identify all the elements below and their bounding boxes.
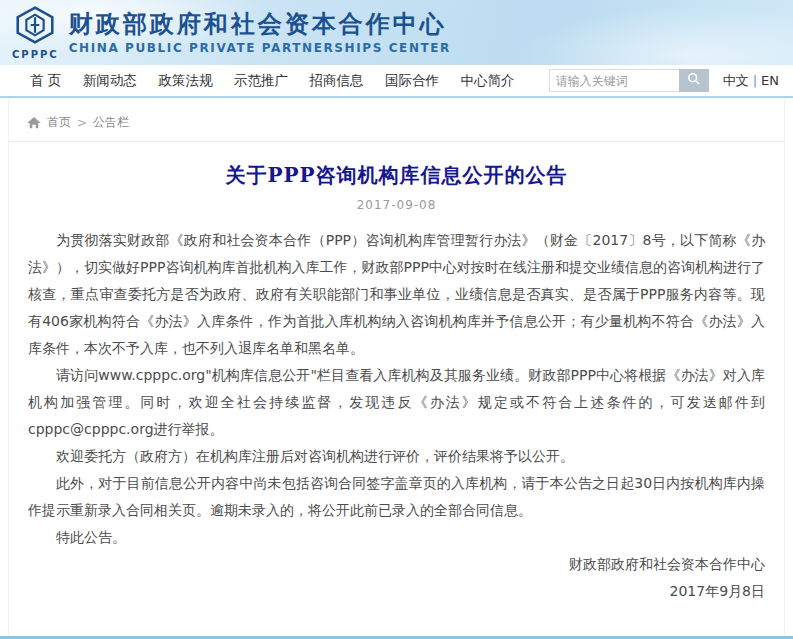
article-paragraph: 请访问www.cpppc.org"机构库信息公开"栏目查看入库机构及其服务业绩。…	[28, 362, 765, 443]
nav-item-investment[interactable]: 招商信息	[309, 72, 363, 90]
logo-acronym: CPPPC	[12, 49, 59, 60]
article-title: 关于PPP咨询机构库信息公开的公告	[9, 162, 784, 189]
breadcrumb: 首页 > 公告栏	[9, 100, 784, 142]
nav-item-about[interactable]: 中心简介	[461, 72, 515, 90]
article-paragraph: 欢迎委托方（政府方）在机构库注册后对咨询机构进行评价，评价结果将予以公开。	[28, 443, 765, 470]
search-box	[549, 69, 709, 92]
nav-item-demonstration[interactable]: 示范推广	[234, 72, 288, 90]
main-navigation: 首 页 新闻动态 政策法规 示范推广 招商信息 国际合作 中心简介 中文|EN	[0, 65, 793, 98]
signature-date: 2017年9月8日	[9, 578, 765, 605]
home-icon	[27, 117, 41, 129]
article-body: 为贯彻落实财政部《政府和社会资本合作（PPP）咨询机构库管理暂行办法》（财金〔2…	[9, 212, 784, 551]
site-title-english: CHINA PUBLIC PRIVATE PARTNERSHIPS CENTER	[69, 41, 451, 55]
breadcrumb-current[interactable]: 公告栏	[93, 114, 129, 131]
site-logo[interactable]: CPPPC	[12, 6, 59, 60]
content-frame: 首页 > 公告栏 关于PPP咨询机构库信息公开的公告 2017-09-08 为贯…	[8, 100, 785, 636]
signature-organization: 财政部政府和社会资本合作中心	[9, 551, 765, 578]
search-button[interactable]	[679, 69, 709, 92]
site-title-chinese: 财政部政府和社会资本合作中心	[69, 10, 451, 38]
article-paragraph: 此外，对于目前信息公开内容中尚未包括咨询合同签字盖章页的入库机构，请于本公告之日…	[28, 470, 765, 524]
article-signature: 财政部政府和社会资本合作中心 2017年9月8日	[9, 551, 784, 605]
lang-chinese-link[interactable]: 中文	[723, 73, 749, 88]
nav-item-news[interactable]: 新闻动态	[83, 72, 137, 90]
site-title-block: 财政部政府和社会资本合作中心 CHINA PUBLIC PRIVATE PART…	[69, 10, 451, 55]
site-header: CPPPC 财政部政府和社会资本合作中心 CHINA PUBLIC PRIVAT…	[0, 0, 793, 65]
lang-divider: |	[753, 73, 757, 88]
nav-item-home[interactable]: 首 页	[30, 72, 61, 90]
lang-english-link[interactable]: EN	[761, 73, 779, 88]
nav-links: 首 页 新闻动态 政策法规 示范推广 招商信息 国际合作 中心简介	[30, 72, 515, 90]
breadcrumb-separator: >	[77, 116, 87, 130]
language-switcher: 中文|EN	[723, 72, 779, 90]
nav-item-policies[interactable]: 政策法规	[158, 72, 212, 90]
article-paragraph: 为贯彻落实财政部《政府和社会资本合作（PPP）咨询机构库管理暂行办法》（财金〔2…	[28, 227, 765, 362]
cpppc-hexagon-logo-icon	[14, 6, 56, 48]
article-paragraph: 特此公告。	[28, 524, 765, 551]
article-date: 2017-09-08	[9, 198, 784, 212]
search-icon	[687, 72, 701, 89]
search-input[interactable]	[549, 69, 679, 92]
breadcrumb-home-link[interactable]: 首页	[47, 114, 71, 131]
nav-item-international[interactable]: 国际合作	[385, 72, 439, 90]
